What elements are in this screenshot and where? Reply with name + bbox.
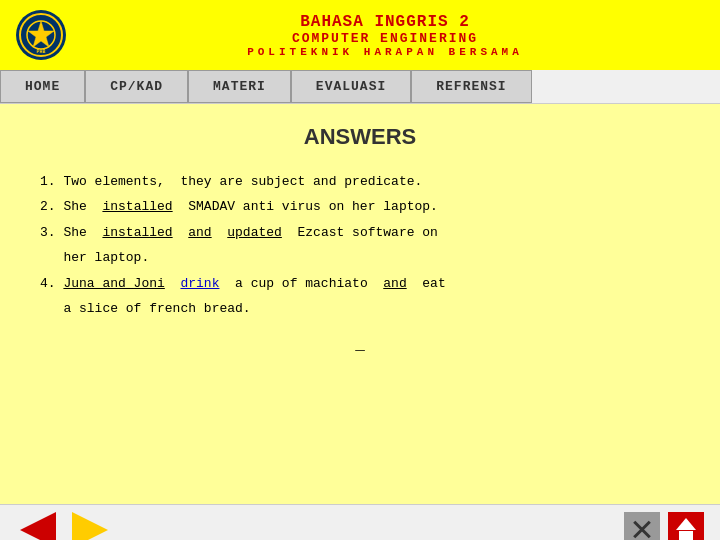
nav-home[interactable]: HOME bbox=[0, 70, 85, 103]
header-title-main: Bahasa Inggris 2 bbox=[66, 13, 704, 31]
answers-title: ANSWERS bbox=[40, 124, 680, 150]
nav-materi[interactable]: MATERI bbox=[188, 70, 291, 103]
home-button[interactable] bbox=[668, 512, 704, 541]
back-button[interactable] bbox=[16, 512, 60, 541]
answer-4-and: and bbox=[383, 276, 406, 291]
answer-4-drink: drink bbox=[180, 276, 219, 291]
footer-left bbox=[16, 512, 112, 541]
footer-right bbox=[624, 512, 704, 541]
header-text: Bahasa Inggris 2 COMPUTER ENGINERING POL… bbox=[66, 13, 704, 58]
forward-arrow-icon bbox=[72, 512, 108, 541]
footer bbox=[0, 504, 720, 540]
answer-3a: 3. She installed and updated Ezcast soft… bbox=[40, 221, 680, 244]
answer-4b: a slice of french bread. bbox=[40, 297, 680, 320]
svg-text:PHB: PHB bbox=[36, 49, 45, 55]
forward-button[interactable] bbox=[68, 512, 112, 541]
header-title-poly: POLITEKNIK HARAPAN BERSAMA bbox=[66, 46, 704, 58]
cursor: _ bbox=[40, 336, 680, 354]
nav-cpkad[interactable]: CP/KAD bbox=[85, 70, 188, 103]
main-content: ANSWERS 1. Two elements, they are subjec… bbox=[0, 104, 720, 504]
navbar: HOME CP/KAD MATERI EVALUASI REFRENSI bbox=[0, 70, 720, 104]
answers-list: 1. Two elements, they are subject and pr… bbox=[40, 170, 680, 320]
answer-3-and: and bbox=[188, 225, 211, 240]
nav-refrensi[interactable]: REFRENSI bbox=[411, 70, 531, 103]
answer-3-installed: installed bbox=[102, 225, 172, 240]
header: PHB Bahasa Inggris 2 COMPUTER ENGINERING… bbox=[0, 0, 720, 70]
answer-2-installed: installed bbox=[102, 199, 172, 214]
answer-1: 1. Two elements, they are subject and pr… bbox=[40, 170, 680, 193]
answer-1-they: they bbox=[180, 174, 211, 189]
logo: PHB bbox=[16, 10, 66, 60]
back-arrow-icon bbox=[20, 512, 56, 541]
close-button[interactable] bbox=[624, 512, 660, 541]
header-title-sub: COMPUTER ENGINERING bbox=[66, 31, 704, 46]
nav-evaluasi[interactable]: EVALUASI bbox=[291, 70, 411, 103]
answer-3b: her laptop. bbox=[40, 246, 680, 269]
home-icon bbox=[676, 518, 696, 540]
answer-2: 2. She installed SMADAV anti virus on he… bbox=[40, 195, 680, 218]
answer-4a: 4. Juna and Joni drink a cup of machiato… bbox=[40, 272, 680, 295]
answer-4-juna: Juna and Joni bbox=[63, 276, 164, 291]
answer-3-updated: updated bbox=[227, 225, 282, 240]
